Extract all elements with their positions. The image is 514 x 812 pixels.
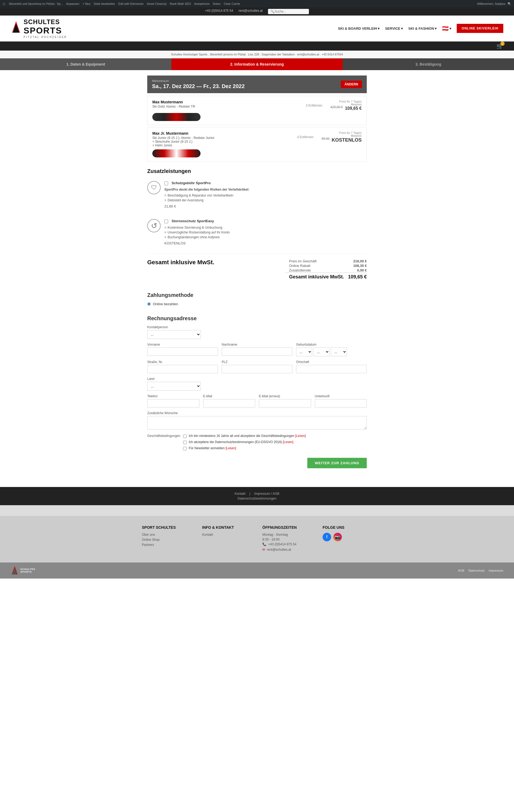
- bottom-agb-link[interactable]: AGB: [458, 569, 464, 572]
- footer-email: ✉ rent@schultes.at: [262, 548, 312, 552]
- payment-radio-online[interactable]: [147, 302, 151, 306]
- step-1[interactable]: 1. Daten & Equipment: [0, 58, 171, 70]
- cart-bar: 🛒 1: [0, 41, 514, 51]
- rental-period-label: Mietzeitraum: [152, 79, 245, 83]
- email-col: E-Mail: [203, 394, 255, 407]
- gesamt-row-2: Online Rabatt 108,35 €: [285, 263, 367, 268]
- admin-asset-cleanup[interactable]: Asset CleanUp: [147, 2, 167, 5]
- admin-search-icon[interactable]: 🔍: [508, 2, 511, 6]
- phone-icon: 📞: [262, 543, 266, 546]
- address-row: Straße, Nr. PLZ Ortschaft: [147, 360, 367, 373]
- step-3[interactable]: 3. Bestätigung: [343, 58, 514, 70]
- gesamt-label-2: Online Rabatt: [285, 263, 344, 268]
- bottom-datenschutz-link[interactable]: Datenschutz: [468, 569, 485, 572]
- footer-link-ueber-uns[interactable]: Über uns: [142, 533, 192, 536]
- agb-link-3[interactable]: [Lesen]: [225, 446, 236, 450]
- nav-item-fashion[interactable]: SKI & FASHION ▾: [408, 27, 437, 31]
- admin-neu[interactable]: + Neu: [82, 2, 90, 5]
- agb-checkbox-1[interactable]: [183, 435, 187, 438]
- payment-option-online[interactable]: Online bezahlen: [147, 302, 367, 306]
- footer-kontakt-link[interactable]: Kontakt: [234, 492, 246, 496]
- chevron-down-icon: ▾: [450, 27, 451, 31]
- unterkunft-input[interactable]: [315, 399, 367, 407]
- remove-item-2-button[interactable]: ℹ Entfernen: [297, 135, 313, 139]
- birth-year-select[interactable]: ...: [331, 348, 347, 356]
- footer-datenschutz-link[interactable]: Datenschutzbestimmungen: [237, 497, 276, 500]
- zusatz-desc-1: SportPro deckt die folgenden Risiken der…: [164, 187, 367, 203]
- change-dates-button[interactable]: ÄNDERN: [341, 81, 362, 88]
- zusatz-checkbox-1[interactable]: [164, 181, 168, 185]
- gesamt-title: Gesamt inklusive MwSt.: [147, 259, 215, 266]
- nav-item-language[interactable]: 🇦🇹 ▾: [442, 25, 451, 32]
- chevron-down-icon: ▾: [435, 27, 437, 31]
- nav-item-ski-board[interactable]: SKI & BOARD VERLEIH ▾: [338, 27, 380, 31]
- remove-item-1-button[interactable]: ℹ Entfernen: [306, 104, 322, 107]
- admin-clear-cache[interactable]: Clear Cache: [224, 2, 240, 5]
- top-search-form[interactable]: 🔍: [268, 9, 309, 14]
- unterkunft-label: Unterkunft: [315, 394, 367, 398]
- cart-icon-wrap[interactable]: 🛒 1: [496, 43, 503, 49]
- admin-edit-elementor[interactable]: Edit with Elementor: [118, 2, 144, 5]
- top-email[interactable]: rent@schultes.at: [238, 9, 263, 14]
- cart-item-2-product: Ski Junior (9-15 J.): Atomic - Redster J…: [152, 136, 215, 140]
- submit-button[interactable]: WEITER ZUR ZAHLUNG: [307, 458, 367, 468]
- email-input[interactable]: [203, 399, 255, 407]
- admin-anpassen[interactable]: Anpassen: [66, 2, 79, 5]
- footer-col-info-kontakt: INFO & KONTAKT Kontakt: [202, 525, 252, 553]
- land-label: Land: [147, 377, 367, 381]
- main-content: Mietzeitraum Sa., 17. Dez 2022 — Fr., 23…: [142, 70, 372, 487]
- footer-link-kontakt[interactable]: Kontakt: [202, 533, 252, 536]
- agb-text-3: Für Newsletter anmelden [Lesen]: [189, 446, 236, 450]
- zusatz-checkbox-2[interactable]: [164, 220, 168, 223]
- email-repeat-input[interactable]: [259, 399, 311, 407]
- contact-person-select[interactable]: ...: [147, 330, 201, 339]
- billing-title: Rechnungsadresse: [147, 315, 367, 322]
- search-input[interactable]: [275, 10, 307, 13]
- mietpreis-label-1: Mietpreis: [345, 103, 362, 106]
- cart-item-1-product: Ski Gold: Atomic - Redster TR: [152, 105, 195, 109]
- step-2[interactable]: 2. Information & Reservierung: [171, 58, 343, 70]
- instagram-button[interactable]: 📷: [333, 533, 342, 541]
- bottom-impressum-link[interactable]: Impressum: [489, 569, 503, 572]
- footer-link-partners[interactable]: Partners: [142, 543, 192, 547]
- logo-sports: SPORTS: [24, 26, 67, 36]
- agb-link-2[interactable]: [Lesen]: [283, 440, 293, 444]
- birth-day-select[interactable]: ...: [296, 348, 312, 356]
- agb-checkbox-2[interactable]: [183, 441, 187, 444]
- wishes-textarea[interactable]: [147, 416, 367, 429]
- facebook-button[interactable]: f: [322, 533, 331, 541]
- online-skiverleih-button[interactable]: ONLINE SKIVERLEIH: [457, 24, 503, 33]
- agb-text-2: Ich akzeptiere die Datenschutzbestimmung…: [189, 440, 293, 444]
- cart-badge: 1: [501, 41, 505, 46]
- cart-item-2-name: Max Jr. Mustermann: [152, 131, 215, 136]
- footer-impressum-link[interactable]: Impressum / AGB: [254, 492, 280, 496]
- admin-autoptimize[interactable]: Autoptimize: [194, 2, 210, 5]
- nav-item-service[interactable]: SERVICE ▾: [385, 27, 403, 31]
- agb-checkbox-3[interactable]: [183, 447, 187, 450]
- bottom-logo-icon: [11, 566, 19, 575]
- footer-link-online-shop[interactable]: Online Shop: [142, 538, 192, 542]
- cart-item-1-name: Max Mustermann: [152, 100, 195, 104]
- plz-input[interactable]: [222, 365, 292, 373]
- firstname-input[interactable]: [147, 348, 218, 356]
- email-icon: ✉: [262, 548, 265, 552]
- info-icon-2: ℹ: [297, 135, 299, 139]
- gesamt-total-row: Gesamt inklusive MwSt. 109,65 €: [285, 273, 367, 280]
- ort-input[interactable]: [296, 365, 367, 373]
- agb-link-1[interactable]: [Lesen]: [295, 434, 306, 438]
- info-strip: Schultes Hochzeiger Sports . Skiverleih …: [0, 51, 514, 58]
- zusatz-bullet-2-2: Unverzügliche Rückerstattung auf Ihr Kon…: [164, 230, 367, 235]
- phone-input[interactable]: [147, 399, 199, 407]
- street-input[interactable]: [147, 365, 218, 373]
- admin-seite-bearbeiten[interactable]: Seite bearbeiten: [94, 2, 115, 5]
- ski-image-2: [152, 149, 201, 157]
- logo-area[interactable]: SCHULTES SPORTS PITZTAL HOCHZEIGER: [11, 18, 67, 38]
- phone-label: Telefon: [147, 394, 199, 398]
- admin-rank-math[interactable]: Rank Math SEO: [170, 2, 191, 5]
- admin-site-title[interactable]: Skiverleih und Sportshop im Pitztal - Sp…: [9, 2, 63, 5]
- land-select[interactable]: ...: [147, 382, 201, 390]
- lastname-input[interactable]: [222, 348, 292, 356]
- admin-notes[interactable]: Notes: [213, 2, 221, 5]
- birth-month-select[interactable]: ...: [313, 348, 330, 356]
- gesamt-value-2: 108,35 €: [344, 263, 367, 268]
